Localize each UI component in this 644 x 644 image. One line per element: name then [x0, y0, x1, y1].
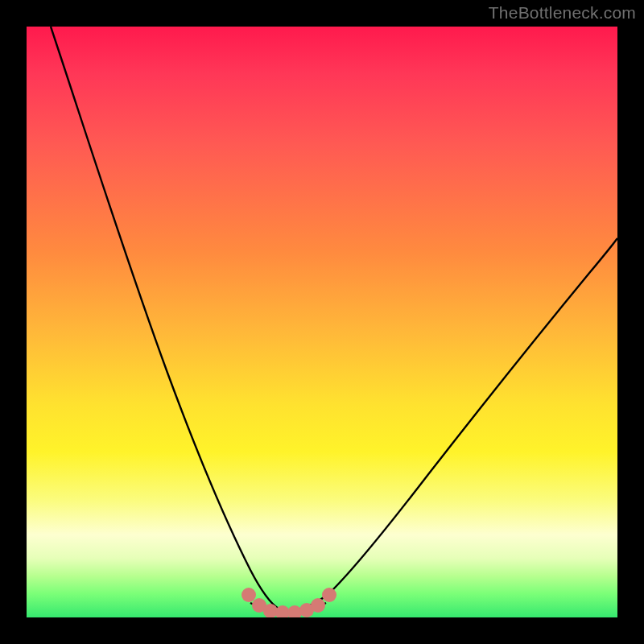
curve-layer	[27, 27, 617, 617]
watermark-text: TheBottleneck.com	[489, 3, 636, 23]
plot-area	[27, 27, 617, 617]
chart-frame: TheBottleneck.com	[0, 0, 644, 644]
valley-markers	[242, 588, 336, 617]
svg-point-6	[311, 598, 325, 613]
bottleneck-curve	[51, 27, 617, 610]
svg-point-0	[242, 588, 256, 602]
svg-point-7	[322, 588, 336, 602]
